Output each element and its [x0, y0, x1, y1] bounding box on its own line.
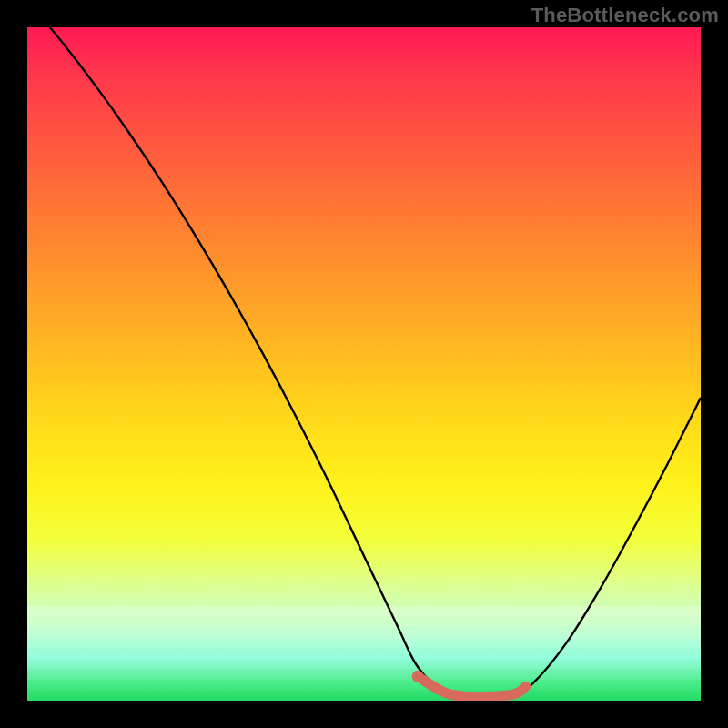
curve-group: [27, 27, 701, 697]
chart-svg: [27, 27, 701, 701]
highlight-group: [412, 671, 526, 697]
highlight-segment: [418, 676, 525, 696]
chart-frame: TheBottleneck.com: [0, 0, 728, 728]
bottleneck-curve: [27, 27, 701, 697]
watermark-text: TheBottleneck.com: [531, 4, 719, 27]
plot-area: [27, 27, 701, 701]
highlight-start-dot: [412, 671, 424, 682]
